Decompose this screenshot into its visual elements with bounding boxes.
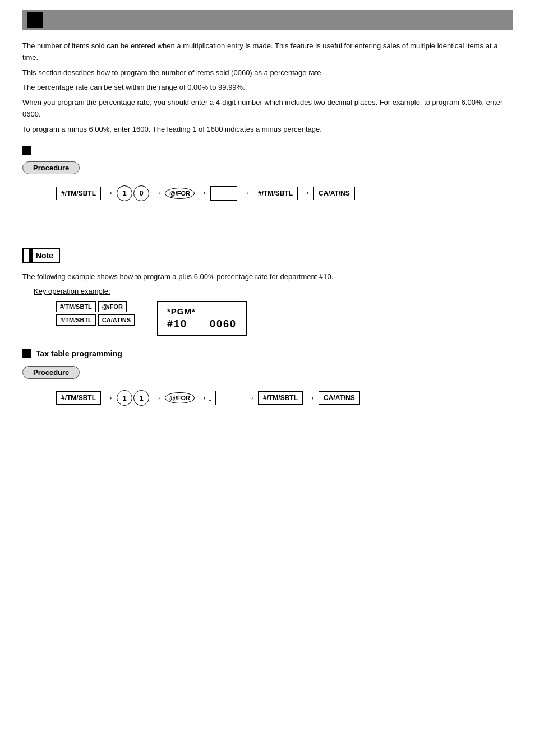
flow-arrow-3: → xyxy=(197,187,207,199)
note-box: Note xyxy=(22,248,60,263)
keys-row-2: #/TM/SBTL CA/AT/NS xyxy=(56,314,135,326)
flow-diagram-1: #/TM/SBTL → 1 0 → @/FOR → → #/TM/SBTL → … xyxy=(56,185,513,201)
section1-heading xyxy=(22,146,513,155)
procedure-badge-2: Procedure xyxy=(22,366,80,379)
page: The number of items sold can be entered … xyxy=(0,0,535,756)
flow-arrow-10: → xyxy=(306,392,316,404)
body-para-4: When you program the percentage rate, yo… xyxy=(22,97,513,120)
display-value: 0060 xyxy=(210,318,237,330)
flow-circle-1: 1 xyxy=(117,185,132,201)
flow-box-caatns-2: CA/AT/NS xyxy=(319,391,360,405)
example-keys: #/TM/SBTL @/FOR #/TM/SBTL CA/AT/NS xyxy=(56,301,135,326)
flow-box-tmstbl-1: #/TM/SBTL xyxy=(56,187,101,200)
flow-rect-empty-2 xyxy=(215,391,242,405)
info-row-2 xyxy=(22,227,513,231)
key-caatns-ex1: CA/AT/NS xyxy=(98,314,135,326)
note-section: Note The following example shows how to … xyxy=(22,242,513,336)
flow-arrow-4: → xyxy=(240,187,250,199)
header-bar xyxy=(22,10,513,30)
note-label: Note xyxy=(36,251,53,260)
divider-2 xyxy=(22,222,513,222)
flow-rect-empty-1 xyxy=(210,186,237,201)
example-area: #/TM/SBTL @/FOR #/TM/SBTL CA/AT/NS *PGM*… xyxy=(56,301,513,336)
key-operation-label: Key operation example: xyxy=(34,287,110,295)
note-body: The following example shows how to progr… xyxy=(22,271,513,283)
note-black-bar xyxy=(29,249,33,262)
flow-arrow-1: → xyxy=(104,187,114,199)
flow-box-tmstbl-2: #/TM/SBTL xyxy=(253,187,298,200)
body-para-3: The percentage rate can be set within th… xyxy=(22,82,513,94)
divider-3 xyxy=(22,236,513,236)
note-para-1: The following example shows how to progr… xyxy=(22,271,513,283)
flow-diagram-2: #/TM/SBTL → 1 1 → @/FOR →↓ → #/TM/SBTL →… xyxy=(56,390,513,406)
flow-arrow-7: → xyxy=(152,392,162,404)
section2-heading: Tax table programming xyxy=(22,349,513,358)
key-atfor-ex1: @/FOR xyxy=(98,301,127,312)
flow-circle-1c: 1 xyxy=(133,390,149,406)
key-tmstbl-ex2: #/TM/SBTL xyxy=(56,314,96,326)
flow-circle-atfor-2: @/FOR xyxy=(165,392,195,403)
display-line1: *PGM* xyxy=(167,307,237,316)
flow-arrow-2: → xyxy=(152,187,162,199)
section2-title: Tax table programming xyxy=(36,349,122,358)
flow-arrow-8: →↓ xyxy=(197,392,213,404)
flow-circle-1b: 1 xyxy=(117,390,132,406)
procedure-badge-1: Procedure xyxy=(22,161,80,174)
header-black-box xyxy=(27,12,43,28)
flow-circle-atfor: @/FOR xyxy=(165,188,195,199)
key-tmstbl-ex1: #/TM/SBTL xyxy=(56,301,96,312)
flow-arrow-9: → xyxy=(245,392,255,404)
flow-arrow-5: → xyxy=(301,187,311,199)
info-row-1 xyxy=(22,213,513,217)
flow-arrow-6: → xyxy=(104,392,114,404)
note-underline-text: Key operation example: xyxy=(34,287,513,295)
flow-circle-0: 0 xyxy=(133,185,149,201)
display-box: *PGM* #10 0060 xyxy=(157,301,247,336)
flow-box-tmstbl-4: #/TM/SBTL xyxy=(258,391,303,405)
display-label: #10 xyxy=(167,318,187,330)
section2-black-square xyxy=(22,349,31,358)
keys-row-1: #/TM/SBTL @/FOR xyxy=(56,301,135,312)
flow-box-caatns-1: CA/AT/NS xyxy=(313,187,355,200)
body-para-1: The number of items sold can be entered … xyxy=(22,40,513,64)
section-black-square xyxy=(22,146,31,155)
flow-box-tmstbl-3: #/TM/SBTL xyxy=(56,391,101,405)
divider-1 xyxy=(22,208,513,208)
display-line2: #10 0060 xyxy=(167,318,237,330)
body-para-2: This section describes how to program th… xyxy=(22,67,513,79)
body-text-section1: The number of items sold can be entered … xyxy=(22,40,513,136)
body-para-5: To program a minus 6.00%, enter 1600. Th… xyxy=(22,124,513,136)
